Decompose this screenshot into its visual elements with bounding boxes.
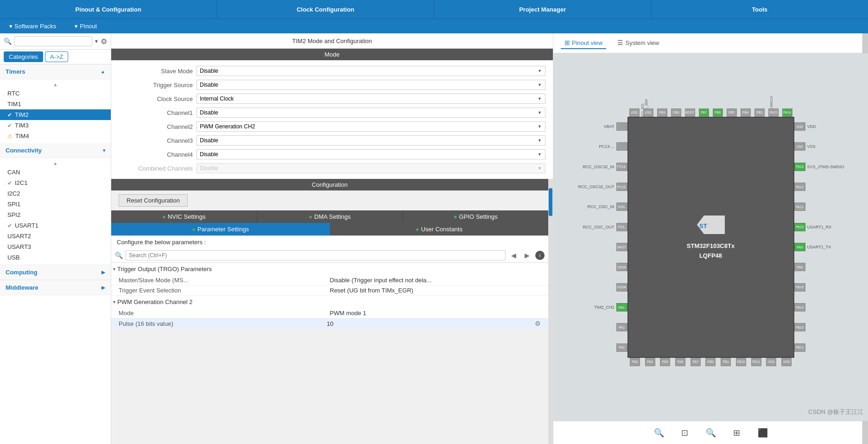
pin-pa14[interactable]: PA14 xyxy=(782,108,792,117)
pin-pa5[interactable]: PA5 xyxy=(660,358,670,366)
pin-pb1[interactable]: PB1 xyxy=(721,358,731,366)
pin-pb6[interactable]: PB6 xyxy=(713,108,723,117)
pin-pa9[interactable]: PA9 xyxy=(794,243,805,251)
pin-pb5[interactable]: PB5 xyxy=(727,108,737,117)
pin-boot[interactable]: BOOT xyxy=(685,108,695,117)
channel4-select[interactable]: Disable xyxy=(196,149,545,159)
sidebar-item-i2c1[interactable]: ✔ I2C1 xyxy=(0,178,111,188)
sidebar-item-can[interactable]: CAN xyxy=(0,167,111,178)
sidebar-item-tim4[interactable]: ⚠ TIM4 xyxy=(0,131,111,141)
pin-pc14[interactable]: PC14- xyxy=(616,163,627,171)
pin-pb13[interactable]: PB13 xyxy=(794,323,805,331)
pin-pb9[interactable]: PB9 xyxy=(657,108,667,117)
pin-pb12[interactable]: PB12 xyxy=(794,343,805,352)
pin-pa2[interactable]: PA2 xyxy=(616,343,627,352)
channel2-select[interactable]: PWM Generation CH2 xyxy=(196,121,545,132)
sub-nav-pinout[interactable]: ▾ Pinout xyxy=(65,19,106,33)
nav-project[interactable]: Project Manager xyxy=(434,0,652,19)
tab-system-view[interactable]: ☰ System view xyxy=(614,37,663,49)
pin-pb3[interactable]: PB3 xyxy=(754,108,765,117)
gear-icon[interactable]: ⚙ xyxy=(101,37,107,46)
pin-vdd-right[interactable]: VDD xyxy=(794,122,805,131)
pin-pb14[interactable]: PB14 xyxy=(794,303,805,311)
pin-pa11[interactable]: PA11 xyxy=(794,203,805,211)
pin-pc15[interactable]: PC15- xyxy=(616,183,627,191)
section-computing-header[interactable]: Computing ▶ xyxy=(0,265,111,280)
tab-categories[interactable]: Categories xyxy=(4,51,43,62)
param-group-pwmch2-header[interactable]: ▾ PWM Generation Channel 2 xyxy=(111,296,548,308)
sidebar-item-usart3[interactable]: USART3 xyxy=(0,241,111,252)
pin-vbat[interactable] xyxy=(616,122,627,131)
pin-pa3[interactable]: PA3 xyxy=(630,358,640,366)
pin-vss-bottom[interactable]: VSS xyxy=(766,358,776,366)
pin-pb4[interactable]: PB4 xyxy=(741,108,751,117)
pin-pb8[interactable]: PB8 xyxy=(671,108,681,117)
pin-pb15[interactable]: PB15 xyxy=(794,283,805,292)
pin-pb0[interactable]: PB0 xyxy=(705,358,716,366)
pin-vdd-top[interactable]: VDD xyxy=(629,108,640,117)
pin-pb11[interactable]: PB11 xyxy=(751,358,761,366)
pin-pa0[interactable]: PA0- xyxy=(616,303,627,311)
clock-source-select[interactable]: Internal Clock xyxy=(196,94,545,104)
scroll-thumb[interactable] xyxy=(549,188,552,216)
trigger-source-select[interactable]: Disable xyxy=(196,80,545,90)
sidebar-item-spi2[interactable]: SPI2 xyxy=(0,209,111,220)
tab-pinout-view[interactable]: ⊞ Pinout view xyxy=(561,37,606,49)
pin-pa6[interactable]: PA6 xyxy=(675,358,685,366)
section-timers-header[interactable]: Timers ▲ xyxy=(0,64,111,79)
gear-icon-pulse[interactable]: ⚙ xyxy=(535,320,541,327)
pin-pb10[interactable]: PB10 xyxy=(736,358,746,366)
reset-configuration-button[interactable]: Reset Configuration xyxy=(119,194,188,207)
pin-vdda[interactable]: VDDA xyxy=(616,283,627,292)
slave-mode-select[interactable]: Disable xyxy=(196,66,545,76)
section-connectivity-header[interactable]: Connectivity ▾ xyxy=(0,143,111,158)
sidebar-item-i2c2[interactable]: I2C2 xyxy=(0,188,111,199)
pin-nrst[interactable]: NRST xyxy=(616,243,627,251)
params-search-input[interactable] xyxy=(126,250,506,260)
pin-vss-right[interactable]: VSS xyxy=(794,142,805,151)
search-prev-button[interactable]: ◀ xyxy=(508,251,519,260)
layers-button[interactable]: ⊞ xyxy=(729,425,744,440)
pin-pc13[interactable] xyxy=(616,142,627,151)
sidebar-item-tim3[interactable]: ✔ TIM3 xyxy=(0,120,111,131)
pin-pb7[interactable]: PB7 xyxy=(699,108,709,117)
search-next-button[interactable]: ▶ xyxy=(522,251,532,260)
tab-gpio-settings[interactable]: ● GPIO Settings xyxy=(403,210,548,223)
nav-pinout[interactable]: Pinout & Configuration xyxy=(0,0,217,19)
combined-channels-select[interactable]: Disable xyxy=(196,163,545,173)
pin-pa8[interactable]: PA8 xyxy=(794,263,805,271)
pin-pa13[interactable]: PA13 xyxy=(794,163,805,171)
sidebar-item-tim1[interactable]: TIM1 xyxy=(0,99,111,109)
pin-pa10[interactable]: PA10 xyxy=(794,223,805,231)
tab-atoz[interactable]: A->Z xyxy=(45,51,69,62)
zoom-in-button[interactable]: 🔍 xyxy=(652,425,666,440)
pin-pa1[interactable]: PA1 xyxy=(616,323,627,331)
info-button[interactable]: i xyxy=(535,251,545,260)
pin-pa4[interactable]: PA4 xyxy=(645,358,655,366)
nav-tools[interactable]: Tools xyxy=(652,0,868,19)
sidebar-item-usb[interactable]: USB xyxy=(0,252,111,263)
sidebar-item-tim2[interactable]: ✔ TIM2 xyxy=(0,109,111,120)
tab-nvic-settings[interactable]: ● NVIC Settings xyxy=(111,210,257,223)
section-middleware-header[interactable]: Middleware ▶ xyxy=(0,280,111,295)
pin-pa12[interactable]: PA12 xyxy=(794,183,805,191)
pin-pa15[interactable]: PA15 xyxy=(768,108,779,117)
pin-vdd-bottom[interactable]: VDD xyxy=(781,358,792,366)
export-button[interactable]: ⬛ xyxy=(755,425,770,440)
pin-pd1[interactable]: PD1- xyxy=(616,223,627,231)
tab-dma-settings[interactable]: ● DMA Settings xyxy=(257,210,403,223)
sidebar-item-usart2[interactable]: USART2 xyxy=(0,231,111,241)
channel1-select[interactable]: Disable xyxy=(196,108,545,118)
sub-nav-software-packs[interactable]: ▾ Software Packs xyxy=(0,19,65,33)
pin-vssa[interactable]: VSSA xyxy=(616,263,627,271)
channel3-select[interactable]: Disable xyxy=(196,135,545,146)
param-group-trgo-header[interactable]: ▾ Trigger Output (TRGO) Parameters xyxy=(111,263,548,275)
sidebar-item-spi1[interactable]: SPI1 xyxy=(0,199,111,209)
tab-parameter-settings[interactable]: ● Parameter Settings xyxy=(111,223,330,235)
zoom-out-button[interactable]: 🔍 xyxy=(703,425,718,440)
nav-clock[interactable]: Clock Configuration xyxy=(217,0,435,19)
pin-pa7[interactable]: PA7 xyxy=(691,358,701,366)
pin-pd0[interactable]: PD0- xyxy=(616,203,627,211)
tab-user-constants[interactable]: ● User Constants xyxy=(330,223,549,235)
sidebar-search-input[interactable] xyxy=(14,36,92,46)
